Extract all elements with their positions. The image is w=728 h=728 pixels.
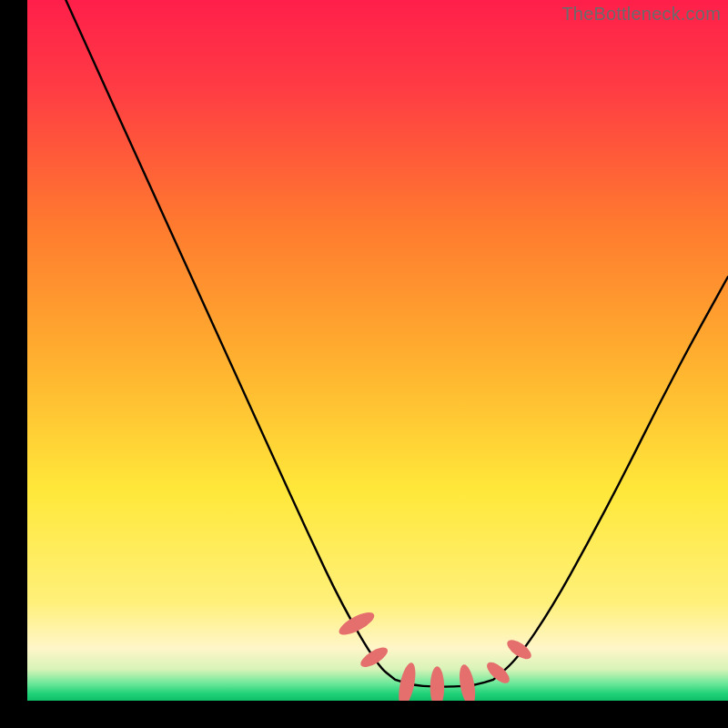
curve-bead bbox=[358, 643, 390, 671]
chart-frame: TheBottleneck.com bbox=[0, 0, 728, 728]
curve-bead bbox=[457, 663, 478, 701]
plot-area: TheBottleneck.com bbox=[27, 0, 728, 701]
curve-bead bbox=[430, 666, 444, 701]
curve-bead bbox=[336, 608, 377, 639]
curve-path bbox=[66, 0, 728, 687]
bottleneck-curve bbox=[27, 0, 728, 701]
